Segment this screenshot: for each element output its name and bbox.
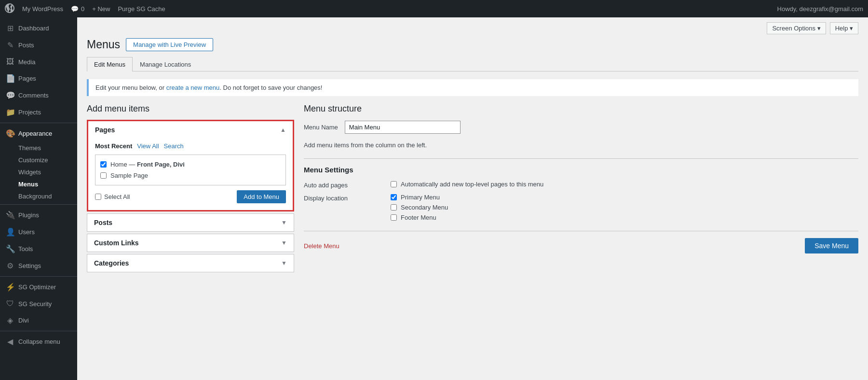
comments-link[interactable]: 💬 0 [71,5,84,13]
sidebar-item-sg-optimizer[interactable]: ⚡ SG Optimizer [0,279,77,296]
categories-accordion-header[interactable]: Categories ▼ [87,254,294,272]
site-name[interactable]: My WordPress [22,5,63,13]
display-location-row: Display location Primary Menu Secondary … [304,194,858,221]
menu-structure-heading: Menu structure [304,104,858,114]
custom-links-accordion-header[interactable]: Custom Links ▼ [87,234,294,252]
sidebar-subitem-menus[interactable]: Menus [0,178,77,190]
secondary-menu-option[interactable]: Secondary Menu [391,204,448,211]
notice-bar: Edit your menu below, or create a new me… [87,79,858,96]
collapse-icon: ◀ [6,337,14,346]
posts-accordion-title: Posts [94,219,112,226]
plugins-icon: 🔌 [6,211,14,220]
footer-menu-option[interactable]: Footer Menu [391,214,448,221]
tab-view-all[interactable]: View All [137,142,159,150]
primary-menu-checkbox[interactable] [391,194,397,200]
screen-options-bar: Screen Options ▾ Help ▾ [87,22,858,34]
sidebar-item-divi[interactable]: ◈ Divi [0,312,77,329]
footer-menu-label: Footer Menu [401,214,436,221]
sidebar-subitem-background[interactable]: Background [0,190,77,202]
sidebar-item-settings[interactable]: ⚙ Settings [0,257,77,274]
main-content: Screen Options ▾ Help ▾ Menus Manage wit… [77,17,868,380]
appearance-icon: 🎨 [6,129,14,138]
sidebar-item-pages[interactable]: 📄 Pages [0,70,77,87]
settings-icon: ⚙ [6,261,14,270]
sidebar-item-label: Tools [18,245,33,253]
sg-optimizer-icon: ⚡ [6,282,14,292]
menu-structure-panel: Menu structure Menu Name Add menu items … [304,104,858,253]
sidebar-item-label: Dashboard [18,25,49,32]
accordion-down-arrow-icon: ▼ [281,219,287,226]
collapse-label: Collapse menu [18,338,60,345]
screen-options-button[interactable]: Screen Options ▾ [767,22,826,34]
pages-list: Home — Front Page, Divi Sample Page [95,155,286,185]
sidebar-item-plugins[interactable]: 🔌 Plugins [0,207,77,224]
page-sample-checkbox[interactable] [100,172,107,179]
divi-icon: ◈ [6,316,14,325]
footer-menu-checkbox[interactable] [391,214,397,221]
collapse-menu[interactable]: ◀ Collapse menu [0,333,77,350]
tab-search[interactable]: Search [164,142,184,150]
delete-menu-link[interactable]: Delete Menu [304,242,339,250]
sg-security-icon: 🛡 [6,299,14,308]
sidebar-item-dashboard[interactable]: ⊞ Dashboard [0,20,77,37]
select-all-label[interactable]: Select All [95,193,130,200]
sidebar: ⊞ Dashboard ✎ Posts 🖼 Media 📄 Pages 💬 Co… [0,17,77,380]
sidebar-item-sg-security[interactable]: 🛡 SG Security [0,296,77,312]
page-sample-label[interactable]: Sample Page [110,172,148,179]
tab-most-recent[interactable]: Most Recent [95,142,132,150]
posts-icon: ✎ [6,41,14,50]
custom-links-accordion-title: Custom Links [94,239,139,247]
notice-text: Edit your menu below, or [95,84,166,91]
menu-name-input[interactable] [345,121,461,134]
page-home-label[interactable]: Home — Front Page, Divi [110,161,185,168]
help-button[interactable]: Help ▾ [830,22,858,34]
sidebar-subitem-customize[interactable]: Customize [0,154,77,166]
sidebar-subitem-themes[interactable]: Themes [0,142,77,154]
page-header: Menus Manage with Live Preview [87,38,858,51]
wp-logo-icon[interactable] [5,3,14,14]
add-to-menu-button[interactable]: Add to Menu [237,190,286,203]
tab-edit-menus[interactable]: Edit Menus [87,57,133,71]
live-preview-button[interactable]: Manage with Live Preview [126,38,213,51]
auto-add-options: Automatically add new top-level pages to… [391,181,543,189]
sidebar-item-tools[interactable]: 🔧 Tools [0,240,77,257]
admin-bar: My WordPress 💬 0 + New Purge SG Cache Ho… [0,0,868,17]
add-menu-items-panel: Add menu items Pages ▲ Most Recent View … [87,104,294,274]
menu-editor: Add menu items Pages ▲ Most Recent View … [87,104,858,274]
accordion-down-arrow-icon: ▼ [281,239,287,246]
create-new-menu-link[interactable]: create a new menu [166,84,220,91]
pages-accordion: Pages ▲ Most Recent View All Search [87,120,294,211]
auto-add-checkbox[interactable] [391,181,397,187]
list-item: Sample Page [99,170,282,181]
menu-name-row: Menu Name [304,121,858,134]
pages-accordion-header[interactable]: Pages ▲ [88,121,293,139]
dashboard-icon: ⊞ [6,24,14,33]
sidebar-item-posts[interactable]: ✎ Posts [0,37,77,54]
auto-add-option[interactable]: Automatically add new top-level pages to… [391,181,543,188]
primary-menu-option[interactable]: Primary Menu [391,194,448,201]
menu-hint: Add menu items from the column on the le… [304,141,858,149]
sidebar-item-comments[interactable]: 💬 Comments [0,87,77,104]
custom-links-accordion: Custom Links ▼ [87,234,294,252]
new-content-link[interactable]: + New [92,5,110,13]
sidebar-item-label: SG Security [18,300,52,308]
tab-manage-locations[interactable]: Manage Locations [133,57,198,71]
notice-text-after: . Do not forget to save your changes! [219,84,322,91]
sidebar-item-media[interactable]: 🖼 Media [0,54,77,70]
purge-cache-link[interactable]: Purge SG Cache [118,5,165,13]
posts-accordion-header[interactable]: Posts ▼ [87,214,294,231]
secondary-menu-checkbox[interactable] [391,204,397,211]
accordion-up-arrow-icon: ▲ [280,127,286,133]
sidebar-item-projects[interactable]: 📁 Projects [0,104,77,121]
save-menu-button[interactable]: Save Menu [805,238,858,253]
select-all-checkbox[interactable] [95,194,101,200]
sidebar-item-appearance[interactable]: 🎨 Appearance [0,125,77,142]
page-home-checkbox[interactable] [100,161,107,168]
sidebar-subitem-widgets[interactable]: Widgets [0,166,77,178]
projects-icon: 📁 [6,108,14,117]
nav-tabs: Edit Menus Manage Locations [87,57,858,71]
auto-add-label: Auto add pages [304,181,381,189]
sidebar-item-users[interactable]: 👤 Users [0,224,77,240]
pages-sub-tabs: Most Recent View All Search [95,142,286,150]
menu-settings-heading: Menu Settings [304,158,858,174]
